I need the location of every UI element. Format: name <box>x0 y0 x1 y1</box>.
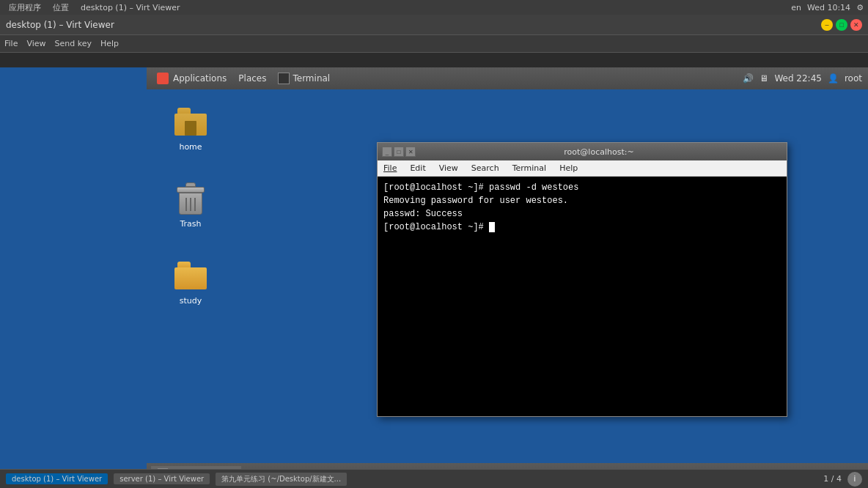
trash-line-2 <box>190 198 191 211</box>
guest-places-menu[interactable]: Places <box>234 73 271 84</box>
guest-terminal-launcher[interactable]: Terminal <box>273 73 334 84</box>
vv-menu-file[interactable]: File <box>4 39 18 48</box>
apps-menu-label: Applications <box>173 73 227 84</box>
terminal-line-2: Removing password for user westoes. <box>383 194 781 207</box>
vv-statusbar: desktop (1) – Virt Viewer server (1) – V… <box>0 469 868 488</box>
terminal-title: root@localhost:~ <box>416 147 782 157</box>
home-icon-image <box>173 104 208 139</box>
trash-icon-wrap <box>176 182 205 215</box>
terminal-menu-help[interactable]: Help <box>556 163 581 173</box>
guest-time: Wed 22:45 <box>774 73 822 84</box>
vv-status-right: 1 / 4 i <box>823 472 862 487</box>
guest-apps-menu[interactable]: Applications <box>152 73 231 84</box>
terminal-line-1: [root@localhost ~]# passwd -d westoes <box>383 181 781 194</box>
os-topbar-left: 应用程序 位置 desktop (1) – Virt Viewer <box>4 2 185 13</box>
guest-volume-icon: 🔊 <box>743 73 754 84</box>
terminal-menu-view[interactable]: View <box>436 163 461 173</box>
vv-status-exercise[interactable]: 第九单元练习 (~/Desktop/新建文... <box>216 473 347 486</box>
terminal-menu-search[interactable]: Search <box>468 163 502 173</box>
terminal-win-controls: _ □ ✕ <box>382 147 416 157</box>
guest-user-label: root <box>845 73 862 84</box>
vv-maximize-button[interactable]: □ <box>836 19 847 31</box>
desktop-icon-study[interactable]: study <box>173 258 208 306</box>
terminal-maximize-button[interactable]: □ <box>394 147 404 157</box>
desktop-icon-trash[interactable]: Trash <box>173 181 208 229</box>
terminal-minimize-button[interactable]: _ <box>382 147 392 157</box>
terminal-window: _ □ ✕ root@localhost:~ File Edit View Se… <box>377 142 787 417</box>
vv-minimize-button[interactable]: – <box>821 19 833 31</box>
study-folder-icon <box>174 262 207 289</box>
guest-network-icon: 🖥 <box>760 73 768 84</box>
study-icon-image <box>173 258 208 293</box>
terminal-launcher-label: Terminal <box>293 73 330 84</box>
vv-menu-help[interactable]: Help <box>100 39 119 48</box>
study-icon-body <box>174 267 207 289</box>
os-topbar: 应用程序 位置 desktop (1) – Virt Viewer en Wed… <box>0 0 868 15</box>
vv-status-server[interactable]: server (1) – Virt Viewer <box>114 473 210 484</box>
os-places-menu[interactable]: 位置 <box>48 2 73 13</box>
virt-viewer-frame: desktop (1) – Virt Viewer – □ ✕ File Vie… <box>0 15 868 488</box>
guest-panel-left: Applications Places Terminal <box>152 73 334 84</box>
os-topbar-right: en Wed 10:14 ⚙ <box>791 3 864 12</box>
vv-menu-view[interactable]: View <box>26 39 45 48</box>
home-icon-label: home <box>179 142 202 152</box>
terminal-cursor <box>489 222 495 232</box>
trash-lines <box>185 198 196 211</box>
guest-panel-right: 🔊 🖥 Wed 22:45 👤 root <box>743 73 862 84</box>
terminal-menubar: File Edit View Search Terminal Help <box>378 160 787 177</box>
home-icon-door <box>185 121 196 136</box>
trash-body <box>179 193 202 215</box>
vv-status-desktop[interactable]: desktop (1) – Virt Viewer <box>6 473 108 484</box>
trash-line-3 <box>194 198 196 211</box>
terminal-titlebar: _ □ ✕ root@localhost:~ <box>378 143 787 160</box>
trash-lid <box>177 187 205 193</box>
vv-menubar: File View Send key Help <box>0 35 868 53</box>
vv-status-left: desktop (1) – Virt Viewer server (1) – V… <box>6 473 347 486</box>
vv-window-controls: – □ ✕ <box>821 19 862 31</box>
vv-close-button[interactable]: ✕ <box>850 19 862 31</box>
vv-titlebar: desktop (1) – Virt Viewer – □ ✕ <box>0 15 868 35</box>
terminal-menu-file[interactable]: File <box>380 163 400 173</box>
vv-pager: 1 / 4 <box>823 474 842 484</box>
apps-menu-icon <box>157 73 169 84</box>
study-icon-label: study <box>180 296 202 306</box>
terminal-menu-terminal[interactable]: Terminal <box>510 163 550 173</box>
trash-icon-label: Trash <box>180 219 201 229</box>
os-window-title: desktop (1) – Virt Viewer <box>76 3 185 12</box>
os-lang: en <box>791 3 801 12</box>
vv-menu-sendkey[interactable]: Send key <box>55 39 92 48</box>
terminal-line-4: [root@localhost ~]# <box>383 221 781 234</box>
os-settings-icon[interactable]: ⚙ <box>856 3 864 12</box>
vv-title: desktop (1) – Virt Viewer <box>6 20 114 30</box>
home-folder-icon <box>174 108 207 136</box>
trash-icon-image <box>173 181 208 216</box>
desktop-icons: home <box>147 89 235 485</box>
terminal-line-3: passwd: Success <box>383 207 781 221</box>
trash-line-1 <box>185 198 187 211</box>
os-app-menu[interactable]: 应用程序 <box>4 2 45 13</box>
terminal-menu-edit[interactable]: Edit <box>407 163 428 173</box>
guest-user-icon: 👤 <box>828 73 839 84</box>
desktop-icon-home[interactable]: home <box>173 104 208 152</box>
terminal-launcher-icon <box>278 73 290 84</box>
terminal-close-button[interactable]: ✕ <box>405 147 416 157</box>
vv-status-info-icon[interactable]: i <box>847 472 862 487</box>
terminal-content[interactable]: [root@localhost ~]# passwd -d westoes Re… <box>378 177 787 416</box>
home-icon-body <box>174 114 207 136</box>
os-time: Wed 10:14 <box>807 3 850 12</box>
guest-panel: Applications Places Terminal 🔊 🖥 Wed 22:… <box>147 67 868 89</box>
guest-desktop: Applications Places Terminal 🔊 🖥 Wed 22:… <box>0 67 868 484</box>
